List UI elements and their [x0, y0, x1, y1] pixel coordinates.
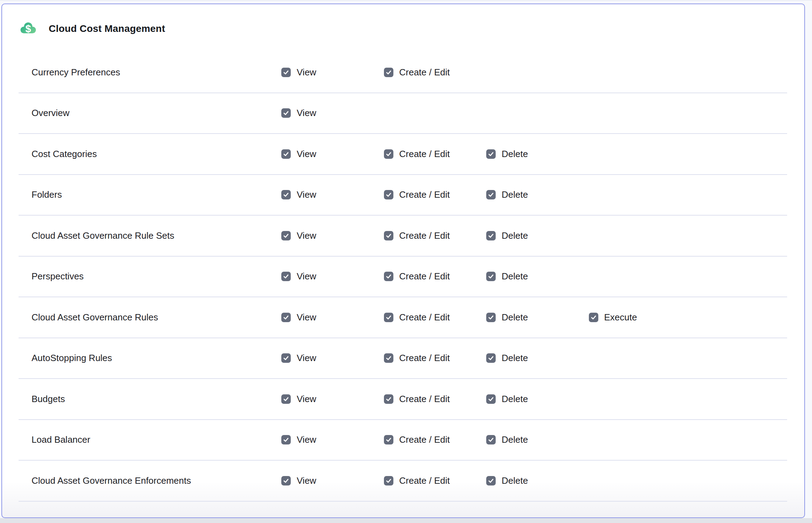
permission-checkbox[interactable]: [486, 313, 496, 322]
permissions-list: Currency Preferences View Create / Edit …: [19, 52, 787, 502]
check-icon: [385, 273, 392, 280]
permission-cell: Delete: [486, 230, 589, 241]
permission-label: View: [297, 271, 316, 282]
permission-checkbox[interactable]: [486, 435, 496, 444]
page-title: Cloud Cost Management: [49, 23, 165, 34]
check-icon: [488, 151, 494, 157]
permission-checkbox[interactable]: [281, 394, 291, 404]
permission-cell: View: [281, 475, 384, 486]
check-icon: [385, 355, 392, 361]
permission-cell: View: [281, 189, 384, 200]
permission-checkbox[interactable]: [384, 476, 393, 485]
permission-cell: View: [281, 434, 384, 445]
svg-text:$: $: [25, 23, 31, 34]
permission-cell: Create / Edit: [384, 189, 487, 200]
permission-row: AutoStopping Rules View Create / Edit: [19, 338, 787, 379]
permission-label: Create / Edit: [399, 67, 450, 78]
permission-cell: View: [281, 271, 384, 282]
permission-cell: Delete: [486, 271, 589, 282]
permission-label: Delete: [502, 230, 528, 241]
permission-checkbox[interactable]: [281, 108, 291, 118]
permission-checkbox[interactable]: [486, 149, 496, 159]
permission-label: View: [297, 230, 316, 241]
check-icon: [385, 436, 392, 443]
permission-cell: View: [281, 108, 384, 118]
permission-row: Perspectives View Create / Edit: [19, 257, 787, 298]
permission-label: View: [297, 394, 316, 405]
permission-checkbox[interactable]: [281, 231, 291, 240]
permission-checkbox[interactable]: [281, 149, 291, 159]
permission-label: Delete: [502, 353, 528, 364]
permission-label: Delete: [502, 312, 528, 323]
permission-checkbox[interactable]: [281, 353, 291, 363]
permission-checkbox[interactable]: [384, 313, 393, 322]
permission-label: View: [297, 189, 316, 200]
permission-checkbox[interactable]: [384, 231, 393, 240]
check-icon: [488, 314, 494, 321]
permission-checkbox[interactable]: [384, 435, 393, 444]
row-label: Cloud Asset Governance Rules: [19, 312, 281, 323]
permission-checkbox[interactable]: [384, 272, 393, 281]
permission-checkbox[interactable]: [486, 272, 496, 281]
permission-cell: Delete: [486, 394, 589, 405]
permission-cell: View: [281, 67, 384, 78]
row-label: Folders: [19, 189, 281, 200]
check-icon: [283, 355, 289, 361]
permission-checkbox[interactable]: [486, 394, 496, 404]
permission-checkbox[interactable]: [281, 272, 291, 281]
permission-label: Create / Edit: [399, 312, 450, 323]
permission-cell: View: [281, 353, 384, 364]
permission-checkbox[interactable]: [384, 68, 393, 77]
permission-label: View: [297, 434, 316, 445]
row-label: AutoStopping Rules: [19, 353, 281, 364]
permission-label: View: [297, 312, 316, 323]
permission-checkbox[interactable]: [384, 190, 393, 199]
permission-checkbox[interactable]: [384, 353, 393, 363]
permission-checkbox[interactable]: [384, 149, 393, 159]
check-icon: [283, 477, 289, 484]
permission-checkbox[interactable]: [486, 190, 496, 199]
check-icon: [488, 232, 494, 239]
check-icon: [283, 436, 289, 443]
permission-label: Create / Edit: [399, 394, 450, 405]
permission-checkbox[interactable]: [281, 68, 291, 77]
permission-label: View: [297, 475, 316, 486]
check-icon: [283, 151, 289, 157]
permission-label: Delete: [502, 475, 528, 486]
row-label: Currency Preferences: [19, 67, 281, 78]
permission-cell: Create / Edit: [384, 230, 487, 241]
permission-checkbox[interactable]: [281, 435, 291, 444]
row-label: Cost Categories: [19, 149, 281, 159]
page-bottom-strip: [0, 518, 812, 523]
permission-cell: Delete: [486, 434, 589, 445]
check-icon: [283, 69, 289, 76]
permission-label: Create / Edit: [399, 189, 450, 200]
permission-checkbox[interactable]: [589, 313, 598, 322]
permission-checkbox[interactable]: [486, 231, 496, 240]
row-label: Cloud Asset Governance Rule Sets: [19, 230, 281, 241]
permission-label: Create / Edit: [399, 149, 450, 159]
permission-checkbox[interactable]: [281, 476, 291, 485]
permission-checkbox[interactable]: [486, 476, 496, 485]
check-icon: [385, 477, 392, 484]
check-icon: [385, 69, 392, 76]
permission-cell: Create / Edit: [384, 475, 487, 486]
permission-row: Cloud Asset Governance Rules View Create…: [19, 297, 787, 338]
permission-cell: Create / Edit: [384, 271, 487, 282]
row-label: Load Balancer: [19, 434, 281, 445]
permission-label: View: [297, 108, 316, 118]
permission-label: Create / Edit: [399, 353, 450, 364]
permission-checkbox[interactable]: [384, 394, 393, 404]
permission-label: Create / Edit: [399, 271, 450, 282]
permission-row: Cost Categories View Create / Edit: [19, 134, 787, 175]
check-icon: [488, 396, 494, 402]
permission-label: Create / Edit: [399, 475, 450, 486]
permission-checkbox[interactable]: [281, 190, 291, 199]
permission-checkbox[interactable]: [281, 313, 291, 322]
permission-label: View: [297, 353, 316, 364]
permission-cell: Create / Edit: [384, 394, 487, 405]
permission-cell: View: [281, 394, 384, 405]
permission-checkbox[interactable]: [486, 353, 496, 363]
permission-label: View: [297, 149, 316, 159]
permission-cell: Delete: [486, 353, 589, 364]
